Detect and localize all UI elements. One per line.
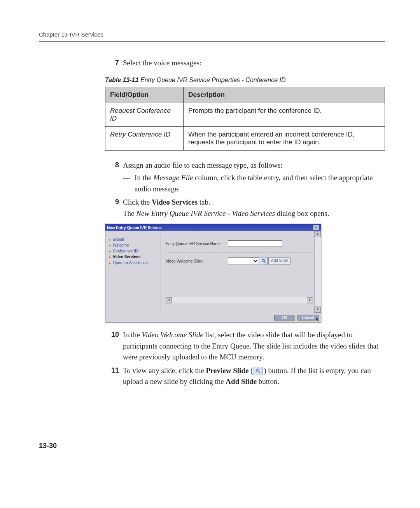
- properties-table: Field/Option Description Request Confere…: [105, 87, 385, 151]
- dialog-main: ▴ ▾ Entry Queue IVR Service Name: Video …: [161, 231, 321, 313]
- nav-item-operator-assistance[interactable]: ▸Operator Assistance: [109, 260, 159, 266]
- svg-line-1: [264, 262, 266, 263]
- step10-number: 10: [105, 329, 123, 363]
- preview-slide-inline-icon: [254, 367, 263, 375]
- table-cell-desc: When the participant entered an incorrec…: [184, 126, 385, 150]
- nav-item-video-services[interactable]: ▸Video Services: [109, 254, 159, 260]
- chevron-right-icon: ▸: [109, 261, 111, 265]
- chevron-right-icon: ▸: [109, 249, 111, 253]
- table-cell-field: Retry Conference ID: [105, 126, 184, 150]
- video-welcome-slide-select[interactable]: [228, 258, 259, 265]
- step8-text: Assign an audio file to each message typ…: [123, 160, 385, 171]
- sub-dash: —: [123, 172, 135, 194]
- table-cell-desc: Prompts the participant for the conferen…: [184, 103, 385, 126]
- step9-number: 9: [105, 197, 123, 219]
- scroll-down-icon[interactable]: ▾: [315, 307, 321, 313]
- dialog-new-entry-queue-ivr: New Entry Queue IVR Service × ▸Global ▸W…: [105, 224, 321, 322]
- dialog-footer: OK Cancel ↖: [105, 313, 321, 322]
- svg-line-3: [259, 372, 261, 373]
- table-head-desc: Description: [184, 87, 385, 103]
- cancel-button[interactable]: Cancel: [298, 315, 318, 321]
- dialog-nav: ▸Global ▸Welcome ▸Conference ID ▸Video S…: [105, 231, 161, 313]
- table-cell-field: Request Conference ID: [105, 103, 184, 126]
- add-slide-button[interactable]: Add Slide: [268, 258, 290, 265]
- chevron-right-icon: ▸: [109, 243, 111, 247]
- svg-point-2: [257, 370, 259, 372]
- step8-sub: In the Message File column, click the ta…: [135, 172, 385, 194]
- header-rule: [39, 41, 385, 42]
- step11-text: To view any slide, click the Preview Sli…: [123, 365, 385, 387]
- page-number: 13-30: [39, 442, 385, 450]
- running-header: Chapter 13-IVR Services: [39, 31, 385, 38]
- step10-text: In the Video Welcome Slide list, select …: [123, 329, 385, 363]
- svc-name-input[interactable]: [228, 240, 282, 247]
- table-row: Retry Conference ID When the participant…: [105, 126, 385, 150]
- scrollbar-horizontal[interactable]: ◂ ▸: [166, 297, 313, 303]
- table-row: Request Conference ID Prompts the partic…: [105, 103, 385, 126]
- chevron-right-icon: ▸: [109, 238, 111, 242]
- table-head-field: Field/Option: [105, 87, 184, 103]
- table-caption: Table 13-11 Entry Queue IVR Service Prop…: [105, 77, 385, 84]
- table-label: Table 13-11: [105, 77, 139, 83]
- step8-number: 8: [105, 160, 123, 195]
- dialog-titlebar[interactable]: New Entry Queue IVR Service ×: [105, 224, 321, 231]
- step11-number: 11: [105, 365, 123, 387]
- video-welcome-slide-label: Video Welcome Slide:: [166, 259, 228, 263]
- magnifier-icon: [261, 259, 266, 263]
- magnifier-icon: [256, 369, 261, 373]
- step9-text: Click the Video Services tab. The New En…: [123, 197, 385, 219]
- nav-item-global[interactable]: ▸Global: [109, 236, 159, 242]
- step7-number: 7: [105, 58, 123, 69]
- chevron-right-icon: ▸: [109, 255, 111, 259]
- dialog-title: New Entry Queue IVR Service: [107, 226, 162, 230]
- close-icon[interactable]: ×: [313, 225, 319, 230]
- scroll-right-icon[interactable]: ▸: [307, 297, 313, 303]
- svc-name-label: Entry Queue IVR Service Name:: [166, 242, 228, 246]
- scrollbar-vertical[interactable]: ▴ ▾: [314, 231, 321, 313]
- scroll-up-icon[interactable]: ▴: [315, 231, 321, 237]
- scroll-left-icon[interactable]: ◂: [166, 297, 172, 303]
- step7-text: Select the voice messages:: [123, 58, 385, 69]
- nav-item-welcome[interactable]: ▸Welcome: [109, 242, 159, 248]
- nav-item-conference-id[interactable]: ▸Conference ID: [109, 248, 159, 254]
- svg-point-0: [262, 259, 264, 262]
- preview-slide-button[interactable]: [260, 257, 268, 265]
- divider: [166, 252, 313, 252]
- ok-button[interactable]: OK: [274, 315, 295, 321]
- table-title: Entry Queue IVR Service Properties - Con…: [139, 77, 286, 83]
